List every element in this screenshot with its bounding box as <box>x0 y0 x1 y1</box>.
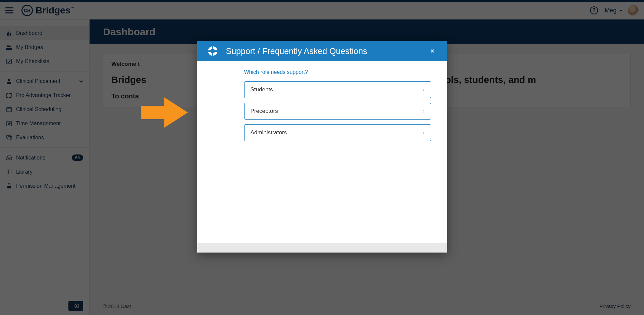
svg-rect-19 <box>212 53 213 56</box>
modal-prompt: Which role needs support? <box>244 69 431 75</box>
modal-footer-bar <box>197 243 447 253</box>
support-faq-modal: Support / Frequently Asked Questions × W… <box>197 41 447 253</box>
svg-point-17 <box>210 49 215 53</box>
svg-rect-18 <box>212 46 213 49</box>
role-option-label: Preceptors <box>251 108 278 115</box>
modal-title: Support / Frequently Asked Questions <box>226 46 420 56</box>
lifering-icon <box>207 46 218 56</box>
svg-rect-21 <box>215 50 218 52</box>
chevron-right-icon: › <box>423 108 424 114</box>
role-option-label: Administrators <box>251 129 287 136</box>
role-option-administrators[interactable]: Administrators › <box>244 124 431 141</box>
role-option-preceptors[interactable]: Preceptors › <box>244 103 431 120</box>
modal-body: Which role needs support? Students › Pre… <box>197 61 447 243</box>
close-icon[interactable]: × <box>428 46 437 56</box>
role-option-students[interactable]: Students › <box>244 81 431 98</box>
chevron-right-icon: › <box>423 130 424 136</box>
svg-rect-20 <box>207 50 211 52</box>
chevron-right-icon: › <box>423 87 424 93</box>
modal-overlay[interactable]: Support / Frequently Asked Questions × W… <box>0 0 644 315</box>
role-option-label: Students <box>251 86 273 93</box>
modal-header: Support / Frequently Asked Questions × <box>197 41 447 61</box>
